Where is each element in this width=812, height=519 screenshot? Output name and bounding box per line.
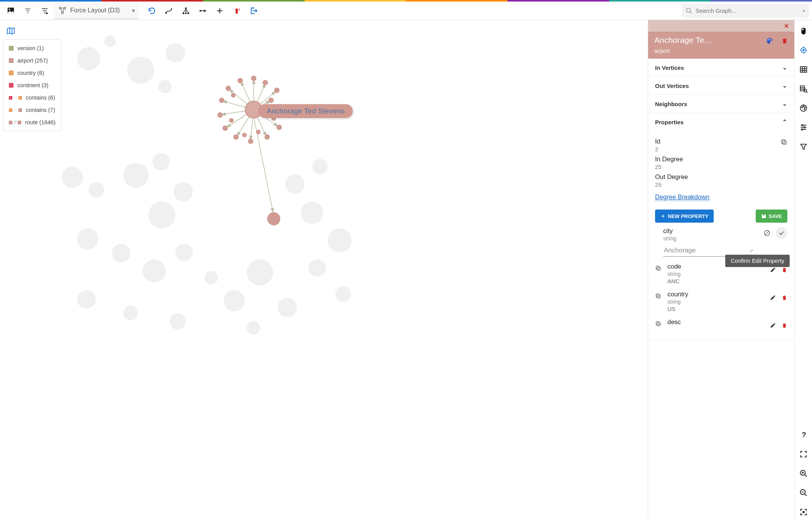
chevron-up-icon: ⌃ [782,118,787,125]
legend-label: contains (6) [26,95,55,101]
search-box[interactable]: ▾ [682,4,809,18]
svg-point-49 [263,80,268,85]
chevron-down-icon: ⌄ [782,64,787,71]
legend: version (1)airport (257)country (6)conti… [3,39,61,131]
locate-icon[interactable] [796,43,811,57]
legend-label: route (1646) [25,119,56,125]
copy-icon[interactable] [655,291,664,300]
edge-icon[interactable] [195,3,211,18]
new-property-button[interactable]: ＋NEW PROPERTY [655,210,714,223]
svg-point-57 [217,112,223,118]
svg-line-13 [61,9,62,12]
panel-title-bar: Anchorage Te… airport [648,32,794,59]
svg-line-123 [804,475,807,477]
tree-icon[interactable] [178,3,194,18]
filter-funnel-icon[interactable] [796,140,811,154]
search-input[interactable] [692,7,802,14]
map-icon[interactable] [4,24,18,38]
legend-item[interactable]: airport (257) [3,54,61,67]
trash-icon[interactable] [782,323,787,330]
svg-rect-83 [656,266,659,269]
svg-rect-77 [784,38,785,39]
legend-item[interactable]: ↺route (1646) [3,116,61,128]
mouse-icon[interactable] [796,24,811,38]
legend-item[interactable]: →contains (7) [3,104,61,116]
save-button[interactable]: SAVE [756,210,787,223]
frame-select-icon[interactable] [796,505,811,519]
layout-dropdown[interactable]: Force Layout (D3) ▾ [54,3,139,19]
chevron-down-icon[interactable]: ▾ [802,8,805,14]
svg-point-112 [803,106,804,107]
edit-icon[interactable] [770,267,776,274]
search-data-icon[interactable] [796,82,811,96]
legend-swatch [9,46,13,51]
selected-node-label[interactable]: Anchorage Ted Stevens [258,104,353,118]
id-label: Id [655,138,780,145]
zoom-in-icon[interactable] [796,467,811,480]
degree-breakdown-link[interactable]: Degree Breakdown [655,193,709,201]
legend-edge-swatch: → [9,107,22,113]
section-properties[interactable]: Properties⌃ [648,113,794,131]
svg-point-53 [264,134,270,140]
zoom-out-icon[interactable] [796,486,811,500]
table-icon[interactable] [796,63,811,76]
confirm-edit-icon[interactable] [776,227,787,239]
export-icon[interactable] [246,3,261,18]
svg-point-19 [185,12,187,14]
help-icon[interactable]: ? [796,428,811,442]
trash-icon[interactable] [781,37,788,46]
svg-point-119 [804,127,805,128]
property-item: country string US [655,286,787,314]
delete-icon[interactable] [229,3,244,18]
prop-name: city [663,227,753,235]
legend-item[interactable]: version (1) [3,42,61,54]
svg-point-58 [219,98,224,103]
chevron-down-icon: ⌄ [782,100,787,107]
svg-rect-90 [657,323,660,326]
svg-point-63 [242,133,247,137]
edit-icon[interactable] [770,322,776,330]
expand-icon[interactable]: ⤢ [750,248,753,254]
layout-label: Force Layout (D3) [70,7,132,14]
svg-rect-88 [783,296,786,296]
svg-point-74 [770,39,771,40]
cancel-edit-icon[interactable] [761,227,773,239]
close-icon[interactable]: ✕ [784,22,789,30]
copy-icon[interactable] [655,263,664,272]
legend-item[interactable]: continent (3) [3,79,61,91]
image-icon[interactable] [3,3,19,18]
settings-sliders-icon[interactable] [796,120,811,134]
svg-rect-91 [656,322,659,325]
section-out-vertices[interactable]: Out Vertices⌄ [648,77,794,95]
chevron-down-icon: ⌄ [782,82,787,89]
section-in-vertices[interactable]: In Vertices⌄ [648,59,794,76]
svg-text:?: ? [802,431,806,439]
legend-item[interactable]: →contains (6) [3,91,61,104]
copy-icon[interactable] [655,318,664,328]
svg-point-17 [185,7,187,9]
filter-add-icon[interactable] [37,3,52,18]
refresh-icon[interactable] [144,3,160,18]
palette-icon[interactable] [766,37,773,46]
legend-item[interactable]: country (6) [3,67,61,79]
prop-type: string [663,235,753,242]
svg-rect-87 [656,294,659,297]
copy-icon[interactable] [780,135,787,188]
add-icon[interactable] [212,3,227,18]
right-rail: ? [794,20,812,519]
filter-icon[interactable] [20,3,35,18]
edit-icon[interactable] [770,294,776,302]
trash-icon[interactable] [782,267,787,274]
svg-point-72 [768,40,768,41]
path-icon[interactable] [161,3,177,18]
trash-icon[interactable] [782,295,787,302]
fullscreen-icon[interactable] [796,447,811,461]
prop-name: country [667,291,766,298]
svg-point-56 [222,125,228,131]
svg-line-33 [690,12,692,14]
svg-point-95 [803,49,804,51]
section-neighbours[interactable]: Neighboors⌄ [648,95,794,113]
prop-type: string [667,299,766,305]
svg-point-69 [267,212,280,225]
style-icon[interactable] [796,101,811,115]
